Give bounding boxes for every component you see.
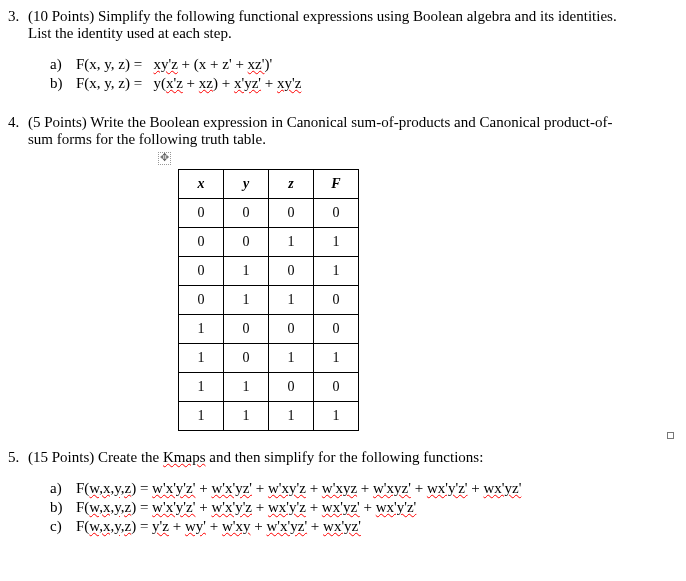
table-cell: 0 [269,257,314,286]
question-4: 4. (5 Points) Write the Boolean expressi… [8,114,666,431]
tt-h-f: F [314,170,359,199]
q5-number: 5. [8,449,28,466]
tt-h-y: y [224,170,269,199]
resize-handle-icon[interactable] [667,432,674,439]
table-cell: 1 [269,228,314,257]
tt-h-x: x [179,170,224,199]
tt-h-z: z [269,170,314,199]
q4-prompt-line1: (5 Points) Write the Boolean expression … [28,114,666,131]
q5c-expression: F(w,x,y,z) = y'z + wy' + w'xy + w'x'yz' … [76,518,361,535]
table-cell: 0 [224,315,269,344]
table-cell: 0 [269,373,314,402]
table-cell: 1 [269,344,314,373]
table-cell: 0 [224,199,269,228]
table-cell: 0 [224,228,269,257]
q5b-expression: F(w,x,y,z) = w'x'y'z' + w'x'y'z + wx'y'z… [76,499,416,516]
q4-number: 4. [8,114,28,131]
table-cell: 0 [179,228,224,257]
table-cell: 1 [269,402,314,431]
q3b-letter: b) [50,75,76,92]
truth-table: x y z F 00000011010101101000101111001111 [178,169,359,431]
table-row: 1111 [179,402,359,431]
q3a-expression: F(x, y, z) = xy'z + (x + z' + xz')' [76,56,272,73]
table-cell: 1 [314,257,359,286]
table-row: 0101 [179,257,359,286]
table-cell: 0 [314,286,359,315]
table-cell: 0 [179,286,224,315]
table-cell: 0 [179,199,224,228]
truth-table-wrap: x y z F 00000011010101101000101111001111 [178,169,666,431]
table-row: 1000 [179,315,359,344]
question-5: 5. (15 Points) Create the Kmaps and then… [8,449,666,539]
table-cell: 0 [314,373,359,402]
table-row: 0011 [179,228,359,257]
table-cell: 1 [224,286,269,315]
q3b-expression: F(x, y, z) = y(x'z + xz) + x'yz' + xy'z [76,75,301,92]
question-3: 3. (10 Points) Simplify the following fu… [8,8,666,96]
table-cell: 0 [179,257,224,286]
table-cell: 0 [314,315,359,344]
table-cell: 0 [269,199,314,228]
table-cell: 1 [224,257,269,286]
table-row: 1011 [179,344,359,373]
q5c-letter: c) [50,518,76,535]
table-row: 0000 [179,199,359,228]
table-cell: 0 [269,315,314,344]
table-row: 0110 [179,286,359,315]
table-cell: 1 [224,373,269,402]
table-cell: 1 [179,373,224,402]
table-cell: 1 [179,402,224,431]
table-cell: 1 [269,286,314,315]
q3a-letter: a) [50,56,76,73]
q3-number: 3. [8,8,28,25]
q3-prompt-line1: (10 Points) Simplify the following funct… [28,8,666,25]
q5-prompt: (15 Points) Create the Kmaps and then si… [28,449,666,466]
tt-body: 00000011010101101000101111001111 [179,199,359,431]
table-cell: 1 [179,344,224,373]
table-cell: 0 [314,199,359,228]
q4-prompt-line2: sum forms for the following truth table. [28,131,666,148]
table-cell: 0 [224,344,269,373]
q5a-expression: F(w,x,y,z) = w'x'y'z' + w'x'yz' + w'xy'z… [76,480,521,497]
q5b-letter: b) [50,499,76,516]
table-cell: 1 [314,402,359,431]
move-handle-icon[interactable]: ✥ [158,152,171,165]
table-cell: 1 [179,315,224,344]
table-cell: 1 [224,402,269,431]
table-row: 1100 [179,373,359,402]
q3-prompt-line2: List the identity used at each step. [28,25,666,42]
q5a-letter: a) [50,480,76,497]
table-cell: 1 [314,228,359,257]
table-cell: 1 [314,344,359,373]
